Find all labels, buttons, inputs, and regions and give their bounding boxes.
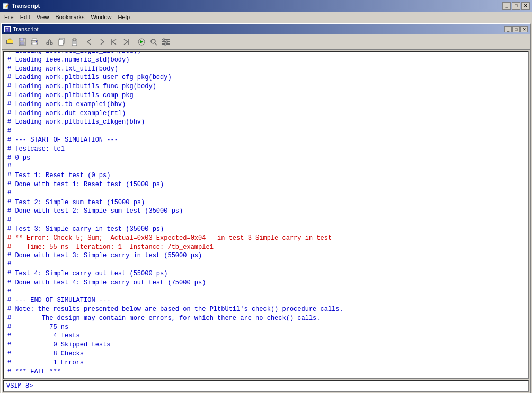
transcript-line: # The design may contain more errors, fo… (7, 314, 525, 323)
transcript-line: # --- END OF SIMULATION --- (7, 296, 525, 305)
transcript-line: # Loading work.dut_example(rtl) (7, 109, 525, 118)
title-bar-text: Transcript (12, 3, 502, 9)
transcript-line: # Loading work.pltbutils_comp_pkg (7, 91, 525, 100)
menu-view[interactable]: View (33, 13, 52, 21)
svg-rect-6 (20, 38, 23, 41)
toolbar-back2-btn[interactable] (108, 36, 120, 48)
command-prompt: VSIM 8> (4, 382, 35, 390)
toolbar-separator-2 (82, 37, 82, 47)
transcript-line: # Loading work.pltbutils_clkgen(bhv) (7, 118, 525, 127)
inner-close-button[interactable]: ✕ (520, 26, 528, 32)
transcript-line: # (7, 287, 525, 296)
transcript-line: # Loading work.tb_example1(bhv) (7, 100, 525, 109)
transcript-scroll-area[interactable]: # Loading std.standard# Loading std.text… (3, 51, 529, 379)
toolbar-save-btn[interactable] (16, 36, 28, 48)
svg-point-27 (151, 39, 155, 43)
toolbar-forward-btn[interactable] (96, 36, 108, 48)
transcript-line: # Done with test 4: Simple carry out tes… (7, 278, 525, 287)
menu-help[interactable]: Help (115, 13, 134, 21)
transcript-line: # Note: the results presented below are … (7, 305, 525, 314)
transcript-line: # --- START OF SIMULATION --- (7, 136, 525, 145)
svg-line-14 (48, 40, 49, 42)
transcript-line: # (7, 162, 525, 171)
transcript-line: # 1 Errors (7, 359, 525, 368)
transcript-line: # 4 Tests (7, 331, 525, 340)
inner-app-icon: T (4, 26, 11, 32)
transcript-line: # Test 1: Reset test (0 ps) (7, 171, 525, 180)
transcript-line: # (7, 189, 525, 198)
svg-rect-32 (163, 39, 164, 41)
menu-edit[interactable]: Edit (17, 13, 33, 21)
transcript-line: # ** Error: Check 5; Sum; Actual=0x03 Ex… (7, 234, 525, 243)
inner-minimize-button[interactable]: _ (504, 26, 512, 32)
title-bar-buttons: _ □ ✕ (502, 2, 530, 10)
transcript-line: # Done with test 3: Simple carry in test… (7, 251, 525, 260)
menu-bar: File Edit View Bookmarks Window Help (0, 12, 532, 22)
transcript-window: T Transcript _ □ ✕ (1, 23, 531, 393)
content-area: # Loading std.standard# Loading std.text… (2, 50, 530, 393)
transcript-line: # Test 3: Simple carry in test (35000 ps… (7, 225, 525, 234)
svg-point-13 (50, 42, 52, 45)
command-bar: VSIM 8> (3, 380, 529, 392)
toolbar-separator-1 (42, 37, 42, 47)
toolbar-paste-btn[interactable] (68, 36, 80, 48)
inner-title-text: Transcript (13, 26, 504, 32)
transcript-line: # 75 ns (7, 323, 525, 332)
svg-rect-33 (166, 41, 167, 43)
menu-file[interactable]: File (1, 13, 17, 21)
svg-rect-9 (32, 39, 37, 40)
svg-line-15 (50, 40, 51, 42)
minimize-button[interactable]: _ (502, 2, 511, 10)
svg-rect-34 (165, 43, 166, 45)
toolbar (2, 34, 530, 50)
svg-rect-4 (7, 40, 13, 43)
inner-title-buttons: _ □ ✕ (504, 26, 528, 32)
transcript-line: # Loading ieee.numeric_std(body) (7, 56, 525, 65)
toolbar-separator-3 (134, 37, 134, 47)
transcript-line: # 8 Checks (7, 350, 525, 359)
transcript-line: # Loading work.pltbutils_func_pkg(body) (7, 82, 525, 91)
app-icon: 📝 (2, 2, 10, 10)
inner-maximize-button[interactable]: □ (512, 26, 520, 32)
transcript-line: # Loading work.pltbutils_user_cfg_pkg(bo… (7, 73, 525, 82)
svg-rect-7 (20, 42, 24, 45)
transcript-line: # Loading ieee.std_logic_1164(body) (7, 51, 525, 56)
transcript-line: # Test 4: Simple carry out test (55000 p… (7, 269, 525, 278)
svg-rect-3 (13, 40, 13, 44)
maximize-button[interactable]: □ (512, 2, 520, 10)
transcript-line: # 0 ps (7, 154, 525, 163)
transcript-line: # *** FAIL *** (7, 368, 525, 377)
svg-rect-1 (6, 40, 7, 44)
toolbar-cut-btn[interactable] (44, 36, 56, 48)
toolbar-open-btn[interactable] (4, 36, 16, 48)
svg-rect-18 (59, 40, 63, 45)
toolbar-back-btn[interactable] (84, 36, 95, 48)
menu-window[interactable]: Window (87, 13, 114, 21)
transcript-line: # Testcase: tc1 (7, 145, 525, 154)
transcript-line: # Time: 55 ns Iteration: 1 Instance: /tb… (7, 243, 525, 252)
svg-rect-10 (32, 42, 37, 45)
toolbar-copy-btn[interactable] (56, 36, 68, 48)
svg-point-11 (36, 41, 37, 42)
menu-bookmarks[interactable]: Bookmarks (52, 13, 87, 21)
transcript-line: # (7, 260, 525, 269)
title-bar: 📝 Transcript _ □ ✕ (0, 0, 532, 12)
toolbar-run-btn[interactable] (136, 36, 147, 48)
toolbar-find-btn[interactable] (148, 36, 159, 48)
transcript-line: # Done with test 1: Reset test (15000 ps… (7, 180, 525, 189)
toolbar-settings-btn[interactable] (160, 36, 172, 48)
svg-rect-2 (6, 43, 13, 44)
inner-title-bar: T Transcript _ □ ✕ (2, 24, 530, 34)
transcript-line: # 0 Skipped tests (7, 340, 525, 350)
transcript-line: # Loading work.txt_util(body) (7, 65, 525, 74)
transcript-content: # Loading std.standard# Loading std.text… (7, 51, 525, 376)
close-button[interactable]: ✕ (521, 2, 530, 10)
toolbar-forward2-btn[interactable] (120, 36, 132, 48)
svg-line-28 (155, 43, 157, 45)
transcript-line: # (7, 127, 525, 136)
svg-point-12 (47, 42, 49, 45)
transcript-line: # (7, 216, 525, 225)
toolbar-print-btn[interactable] (29, 36, 40, 48)
command-input[interactable] (35, 382, 528, 390)
transcript-line: # Test 2: Simple sum test (15000 ps) (7, 198, 525, 207)
